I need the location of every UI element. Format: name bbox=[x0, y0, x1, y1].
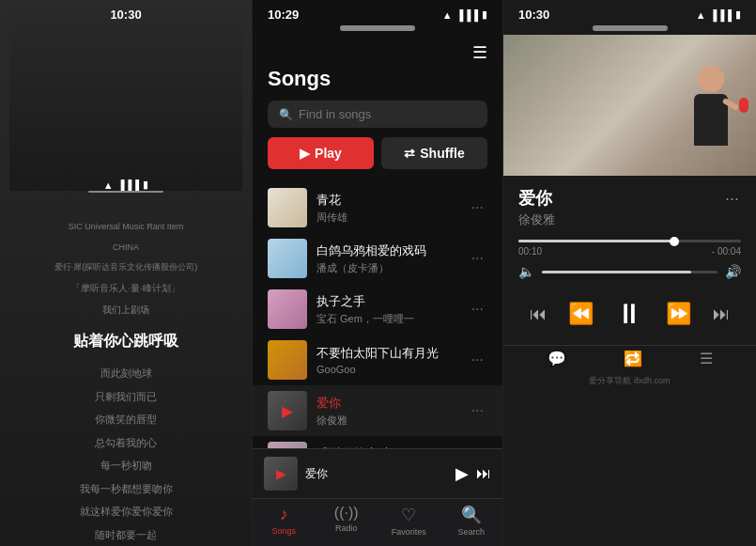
song-name-aini: 爱你 bbox=[316, 395, 458, 412]
fast-forward-button[interactable]: ⏭ bbox=[709, 301, 733, 328]
volume-high-icon: 🔊 bbox=[725, 264, 741, 279]
player-watermark: 爱分享导航 ifxdh.com bbox=[503, 375, 756, 393]
volume-low-icon: 🔈 bbox=[518, 264, 534, 279]
next-button[interactable]: ⏩ bbox=[662, 298, 695, 330]
lyric-line-10: 总勾着我的心 bbox=[95, 431, 157, 455]
pause-button[interactable]: ⏸ bbox=[611, 294, 647, 334]
volume-bar[interactable] bbox=[542, 271, 717, 273]
search-bar[interactable]: 🔍 bbox=[268, 101, 487, 128]
repeat-btn[interactable]: 🔁 bbox=[624, 350, 642, 367]
lyric-line-2: SIC Universal Music Rant Item bbox=[69, 217, 184, 238]
song-item-ganxie[interactable]: 感谢你曾来过 Ayo97，周惠迪 ··· bbox=[253, 436, 502, 448]
mic-arm bbox=[722, 97, 740, 110]
song-thumb-zhizi bbox=[268, 289, 307, 329]
battery-icon-3: ▮ bbox=[735, 8, 741, 21]
songs-title: Songs bbox=[268, 67, 487, 91]
song-info-zhizi: 执子之手 宝石 Gem，一哩哩一 bbox=[316, 293, 458, 326]
song-more-baige[interactable]: ··· bbox=[468, 246, 487, 271]
lyrics-container: SIC Universal Music Rant Item CHINA 爱行·犀… bbox=[9, 200, 242, 546]
battery-icon-2: ▮ bbox=[482, 8, 487, 21]
lyric-line-5: 「摩听音乐人·量·峰计划」 bbox=[71, 278, 179, 299]
songs-panel: 10:29 ▲ ▐▐▐ ▮ ☰ Songs 🔍 ▶ Play ⇄ Shuffle bbox=[252, 0, 503, 546]
play-button[interactable]: ▶ Play bbox=[268, 137, 374, 169]
np-name: 爱你 bbox=[305, 466, 448, 482]
song-item-baige[interactable]: 白鸽乌鸦相爱的戏码 潘成（皮卡潘） ··· bbox=[253, 233, 502, 284]
song-more-aini[interactable]: ··· bbox=[468, 398, 487, 423]
song-info-qinghua: 青花 周传雄 bbox=[316, 192, 458, 225]
action-buttons: ▶ Play ⇄ Shuffle bbox=[268, 137, 487, 169]
lyric-line-7: 而此刻地球 bbox=[100, 362, 152, 385]
tab-bar: ♪ Songs ((·)) Radio ♡ Favorites 🔍 Search bbox=[253, 498, 502, 546]
songs-tab-label: Songs bbox=[271, 526, 296, 536]
signal-icon-3: ▐▐▐ bbox=[710, 9, 732, 21]
tab-search[interactable]: 🔍 Search bbox=[440, 505, 503, 537]
play-label: Play bbox=[315, 146, 342, 161]
favorites-tab-label: Favorites bbox=[392, 527, 426, 537]
wifi-icon-2: ▲ bbox=[442, 9, 453, 21]
menu-icon[interactable]: ☰ bbox=[472, 42, 487, 63]
bottom-controls: 💬 🔁 ☰ bbox=[503, 345, 756, 375]
progress-total: - 00:04 bbox=[712, 246, 741, 257]
radio-tab-label: Radio bbox=[335, 523, 358, 533]
song-thumb-buyao bbox=[268, 340, 307, 380]
song-item-zhizi[interactable]: 执子之手 宝石 Gem，一哩哩一 ··· bbox=[253, 284, 502, 335]
song-item-aini[interactable]: ▶ 爱你 徐俊雅 ··· bbox=[253, 385, 502, 436]
tab-radio[interactable]: ((·)) Radio bbox=[316, 505, 378, 537]
lyrics-status-bar: 10:30 ▲ ▐▐▐ ▮ bbox=[9, 0, 242, 191]
player-notch bbox=[593, 25, 668, 31]
lyric-line-12: 我每一秒都想要吻你 bbox=[80, 477, 173, 501]
signal-icon-2: ▐▐▐ bbox=[456, 9, 478, 21]
song-more-zhizi[interactable]: ··· bbox=[468, 297, 487, 321]
battery-icon: ▮ bbox=[143, 179, 148, 191]
lyric-line-9: 你微笑的唇型 bbox=[95, 408, 157, 431]
progress-times: 00:10 - 00:04 bbox=[518, 246, 741, 257]
song-thumb-baige bbox=[268, 239, 307, 278]
progress-thumb[interactable] bbox=[670, 237, 679, 246]
lyrics-panel: 10:30 ▲ ▐▐▐ ▮ SIC Universal Music Rant I… bbox=[0, 0, 252, 546]
song-thumb-aini: ▶ bbox=[268, 391, 307, 430]
shuffle-button[interactable]: ⇄ Shuffle bbox=[381, 137, 487, 169]
wifi-icon: ▲ bbox=[103, 179, 114, 191]
lyric-line-6: 我们上剧场 bbox=[102, 299, 149, 320]
np-info: 爱你 bbox=[305, 466, 448, 482]
performer-head bbox=[698, 66, 724, 92]
song-item-qinghua[interactable]: 青花 周传雄 ··· bbox=[253, 182, 502, 233]
queue-btn[interactable]: ☰ bbox=[700, 350, 713, 367]
song-name-qinghua: 青花 bbox=[316, 192, 458, 209]
tab-favorites[interactable]: ♡ Favorites bbox=[378, 505, 440, 537]
song-name-baige: 白鸽乌鸦相爱的戏码 bbox=[316, 242, 458, 259]
np-play-btn[interactable]: ▶ bbox=[455, 463, 469, 484]
lyrics-toggle-btn[interactable]: 💬 bbox=[548, 350, 566, 367]
np-controls: ▶ ⏭ bbox=[455, 463, 491, 484]
songs-notch bbox=[340, 25, 415, 31]
song-more-qinghua[interactable]: ··· bbox=[468, 195, 487, 220]
np-next-btn[interactable]: ⏭ bbox=[476, 465, 491, 482]
player-more-btn[interactable]: ··· bbox=[723, 187, 741, 211]
performer-figure bbox=[694, 66, 728, 146]
progress-bar[interactable] bbox=[518, 240, 741, 242]
songs-time: 10:29 bbox=[268, 8, 299, 22]
song-thumb-ganxie bbox=[268, 442, 307, 448]
search-input[interactable] bbox=[299, 107, 476, 121]
song-more-buyao[interactable]: ··· bbox=[468, 348, 487, 372]
lyric-line-3: CHINA bbox=[113, 238, 139, 258]
lyrics-time: 10:30 bbox=[110, 8, 141, 22]
song-item-buyao[interactable]: 不要怕太阳下山有月光 GooGoo ··· bbox=[253, 335, 502, 385]
previous-button[interactable]: ⏪ bbox=[564, 298, 597, 330]
player-status-icons: ▲ ▐▐▐ ▮ bbox=[696, 8, 741, 21]
shuffle-label: Shuffle bbox=[420, 146, 464, 161]
song-info-baige: 白鸽乌鸦相爱的戏码 潘成（皮卡潘） bbox=[316, 242, 458, 275]
video-bg bbox=[503, 35, 756, 176]
song-artist-aini: 徐俊雅 bbox=[316, 413, 458, 428]
songs-list: 青花 周传雄 ··· 白鸽乌鸦相爱的戏码 潘成（皮卡潘） ··· 执子之手 宝石… bbox=[253, 182, 502, 448]
song-name-buyao: 不要怕太阳下山有月光 bbox=[316, 345, 458, 362]
progress-current: 00:10 bbox=[518, 246, 542, 257]
rewind-button[interactable]: ⏮ bbox=[526, 301, 550, 328]
tab-songs[interactable]: ♪ Songs bbox=[253, 505, 316, 537]
player-song-name: 爱你 bbox=[518, 187, 555, 210]
song-artist-buyao: GooGoo bbox=[316, 364, 458, 375]
song-info-aini: 爱你 徐俊雅 bbox=[316, 395, 458, 428]
search-tab-label: Search bbox=[457, 527, 485, 537]
np-thumb: ▶ bbox=[264, 457, 298, 491]
progress-area: 00:10 - 00:04 bbox=[503, 232, 756, 264]
